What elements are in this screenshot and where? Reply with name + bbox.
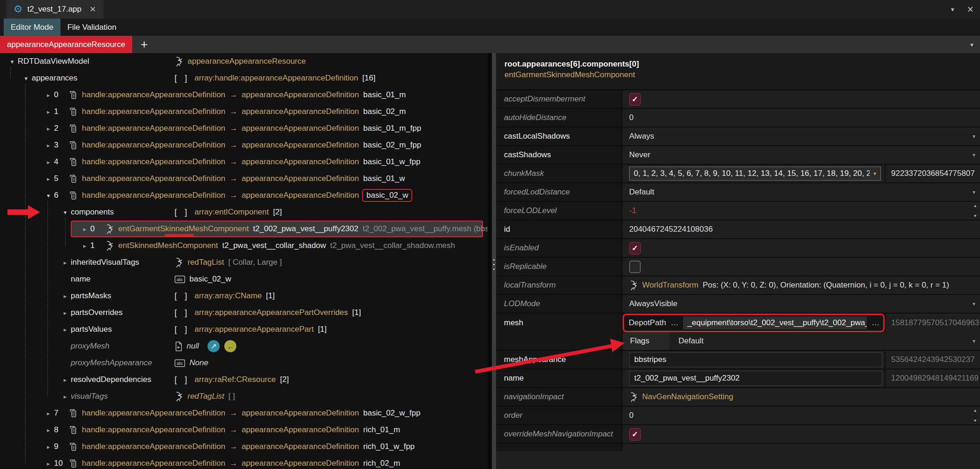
tab-editor-mode[interactable]: Editor Mode (4, 19, 60, 36)
tree-row-appearances[interactable]: ▾ appearances [ ] array:handle:appearanc… (0, 70, 488, 87)
depotpath-input[interactable]: _equipment\torso\t2_002_vest__puffy\t2_0… (683, 316, 867, 329)
tree-row-appearance-10[interactable]: ▸ 10 handle:appearanceAppearanceDefiniti… (0, 455, 488, 469)
select-value[interactable]: Default (678, 336, 704, 346)
chevron-right-icon[interactable]: ▸ (60, 393, 71, 400)
import-resource-icon[interactable]: ← (224, 340, 236, 352)
tree-row-appearance-0[interactable]: ▸ 0 handle:appearanceAppearanceDefinitio… (0, 87, 488, 103)
tree-row-inheritedVisualTags[interactable]: ▸ inheritedVisualTags redTagList [ Colla… (0, 254, 488, 271)
prop-row-mesh-flags: Flags Default ▾ (496, 332, 980, 351)
tree-row-appearance-9[interactable]: ▸ 9 handle:appearanceAppearanceDefinitio… (0, 438, 488, 455)
checkbox-checked[interactable]: ✓ (629, 242, 641, 255)
checkbox-unchecked[interactable] (629, 261, 641, 273)
prop-value-number[interactable]: -1 ▴ ▾ (623, 202, 980, 220)
tree-row-appearance-4[interactable]: ▸ 4 handle:appearanceAppearanceDefinitio… (0, 154, 488, 170)
close-document-icon[interactable]: × (967, 3, 973, 16)
tree-type: array:entIComponent (195, 208, 269, 217)
tree-row-resolvedDependencies[interactable]: ▸ resolvedDependencies [ ] array:raRef:C… (0, 371, 488, 388)
tree-row-appearance-6[interactable]: ▾ 6 handle:appearanceAppearanceDefinitio… (0, 187, 488, 204)
chevron-right-icon[interactable]: ▸ (43, 159, 54, 166)
prop-row-partial (496, 444, 980, 451)
chevron-right-icon[interactable]: ▸ (79, 226, 90, 233)
prop-value-select[interactable]: Default ▾ (623, 183, 980, 201)
chevron-right-icon[interactable]: ▸ (43, 443, 54, 450)
chevron-right-icon[interactable]: ▸ (60, 259, 71, 266)
tree-row-partsMasks[interactable]: ▸ partsMasks [ ] array:array:CName [1] (0, 288, 488, 304)
chevron-right-icon[interactable]: ▸ (43, 175, 54, 182)
chevron-right-icon[interactable]: ▸ (60, 376, 71, 383)
chevron-right-icon[interactable]: ▸ (43, 460, 54, 467)
tree-row-appearance-2[interactable]: ▸ 2 handle:appearanceAppearanceDefinitio… (0, 120, 488, 137)
splitter-handle[interactable] (492, 53, 496, 469)
prop-value[interactable]: WorldTransform Pos: (X: 0, Y: 0, Z: 0), … (623, 276, 980, 294)
spin-up-icon[interactable]: ▴ (974, 408, 976, 413)
chevron-right-icon[interactable]: ▸ (43, 108, 54, 115)
checkbox-checked[interactable]: ✓ (629, 428, 641, 441)
tree-row-component-0[interactable]: ▸ 0 entGarmentSkinnedMeshComponent t2_00… (71, 221, 483, 237)
tab-list-dropdown-icon[interactable]: ▾ (951, 6, 954, 13)
chevron-down-icon[interactable]: ▾ (973, 338, 975, 344)
prop-value-number[interactable]: 0 ▴ ▾ (623, 407, 980, 424)
class-link[interactable]: NavGenNavigationSetting (642, 392, 733, 402)
spin-down-icon[interactable]: ▾ (974, 418, 976, 423)
path-ellipsis: … (872, 318, 879, 328)
chevron-right-icon[interactable]: ▸ (60, 309, 71, 316)
chevron-down-icon[interactable]: ▾ (973, 301, 975, 307)
tree-row-appearance-7[interactable]: ▸ 7 handle:appearanceAppearanceDefinitio… (0, 405, 488, 422)
chevron-right-icon[interactable]: ▸ (43, 92, 54, 99)
checkbox-checked[interactable]: ✓ (629, 93, 641, 106)
number-spinner[interactable]: ▴ ▾ (974, 202, 976, 220)
prop-value-select[interactable]: Always ▾ (623, 127, 980, 145)
resource-tabs-dropdown-icon[interactable]: ▾ (970, 41, 973, 48)
depotpath-widget-annotated[interactable]: DepotPath … _equipment\torso\t2_002_vest… (623, 314, 885, 332)
tree-row-component-1[interactable]: ▸ 1 entSkinnedMeshComponent t2_pwa_vest_… (0, 237, 488, 254)
tree-row-components[interactable]: ▾ components [ ] array:entIComponent [2] (0, 204, 488, 221)
spin-up-icon[interactable]: ▴ (974, 203, 976, 208)
chevron-right-icon[interactable]: ▸ (43, 427, 54, 434)
chevron-down-icon[interactable]: ▾ (20, 75, 32, 82)
transform-class-link[interactable]: WorldTransform (642, 281, 698, 290)
tree-row-appearance-5[interactable]: ▸ 5 handle:appearanceAppearanceDefinitio… (0, 170, 488, 187)
chevron-down-icon[interactable]: ▾ (60, 209, 71, 216)
spin-down-icon[interactable]: ▾ (974, 214, 976, 218)
prop-value[interactable]: 2040467245224108036 (623, 221, 980, 238)
tree-row-proxyMeshAppearance[interactable]: proxyMeshAppearance abc None (0, 355, 488, 371)
chevron-right-icon[interactable]: ▸ (79, 242, 90, 249)
tree-row-partsValues[interactable]: ▸ partsValues [ ] array:appearanceAppear… (0, 321, 488, 338)
chevron-right-icon[interactable]: ▸ (60, 326, 71, 333)
add-tab-button[interactable]: + (132, 36, 156, 53)
close-tab-icon[interactable]: × (90, 4, 96, 14)
chunkmask-combobox[interactable]: 0, 1, 2, 3, 4, 5, 6, 7, 8, 9, 10, 11, 12… (629, 167, 881, 181)
tree-row-partsOverrides[interactable]: ▸ partsOverrides [ ] array:appearanceApp… (0, 304, 488, 321)
name-input[interactable]: t2_002_pwa_vest__puffy2302 (629, 371, 882, 386)
chevron-down-icon[interactable]: ▾ (7, 58, 18, 65)
prop-value[interactable]: NavGenNavigationSetting (623, 388, 980, 406)
open-resource-icon[interactable]: ↗ (208, 340, 220, 352)
chevron-down-icon[interactable]: ▾ (973, 189, 975, 195)
tree-row-proxyMesh[interactable]: proxyMesh null ↗ ← (0, 338, 488, 355)
chevron-right-icon[interactable]: ▸ (43, 142, 54, 149)
select-value: Never (629, 150, 650, 160)
tab-file-validation[interactable]: File Validation (60, 19, 124, 36)
tree-row-appearance-1[interactable]: ▸ 1 handle:appearanceAppearanceDefinitio… (0, 103, 488, 120)
prop-value[interactable]: 0 (623, 109, 980, 127)
prop-value-select[interactable]: AlwaysVisible ▾ (623, 295, 980, 313)
chevron-down-icon[interactable]: ▾ (43, 192, 54, 199)
document-tab[interactable]: ⚙ t2_vest_17.app × (6, 0, 103, 19)
prop-value-select[interactable]: Never ▾ (623, 146, 980, 164)
tree-row-visualTags[interactable]: ▸ visualTags redTagList [ ] (0, 388, 488, 405)
chevron-right-icon[interactable]: ▸ (43, 410, 54, 417)
prop-row-mesh: mesh DepotPath … _equipment\torso\t2_002… (496, 314, 980, 332)
chevron-right-icon[interactable]: ▸ (43, 125, 54, 132)
chevron-down-icon[interactable]: ▾ (973, 133, 975, 140)
tree-row-root[interactable]: ▾ RDTDataViewModel appearanceAppearanceR… (0, 53, 488, 70)
chevron-down-icon[interactable]: ▾ (873, 170, 876, 177)
tree-row-name[interactable]: name abc basic_02_w (0, 271, 488, 288)
tree-row-appearance-3[interactable]: ▸ 3 handle:appearanceAppearanceDefinitio… (0, 137, 488, 154)
chevron-down-icon[interactable]: ▾ (973, 152, 975, 158)
abc-icon: abc (175, 359, 185, 368)
number-spinner[interactable]: ▴ ▾ (974, 407, 976, 424)
chevron-right-icon[interactable]: ▸ (60, 293, 71, 300)
tree-row-appearance-8[interactable]: ▸ 8 handle:appearanceAppearanceDefinitio… (0, 422, 488, 438)
tab-appearance-resource[interactable]: appearanceAppearanceResource (0, 36, 132, 53)
meshappearance-input[interactable]: bbstripes (629, 352, 882, 367)
